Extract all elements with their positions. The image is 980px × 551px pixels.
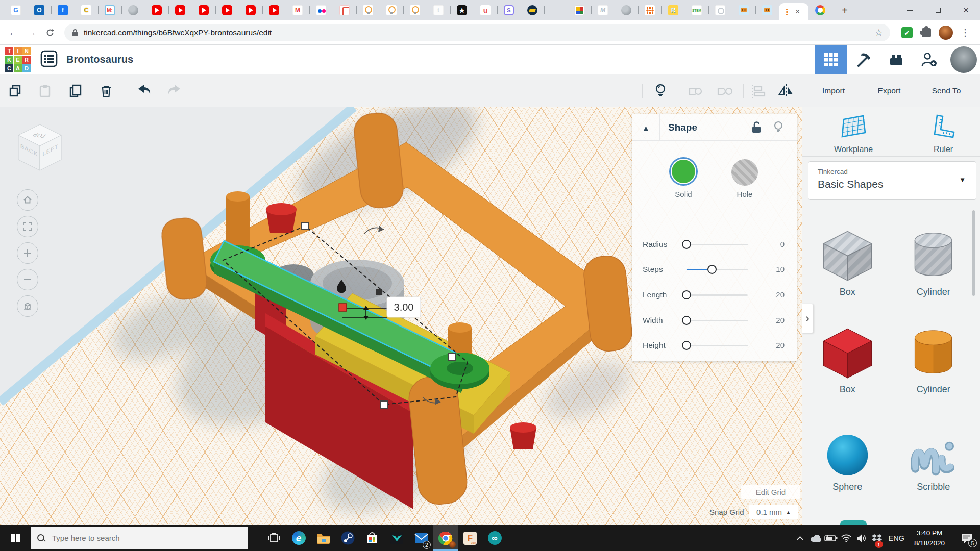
window-minimize-button[interactable]	[896, 0, 924, 20]
tab-dots-grid[interactable]	[638, 0, 662, 20]
bookmark-star-icon[interactable]: ☆	[875, 27, 883, 38]
shape-category-dropdown[interactable]: Tinkercad Basic Shapes ▼	[808, 161, 976, 200]
slider-knob-height[interactable]	[682, 341, 691, 350]
invite-button[interactable]	[913, 45, 945, 74]
mirror-button[interactable]	[775, 80, 797, 102]
extension-check[interactable]: ✓	[899, 25, 915, 40]
tinkercad-profile-avatar[interactable]	[950, 46, 977, 73]
zoom-in-button[interactable]	[17, 242, 38, 264]
tab-youtube-3[interactable]	[192, 0, 215, 20]
arduino-button[interactable]: ∞	[482, 525, 507, 551]
tray-expand-chevron[interactable]	[793, 525, 808, 551]
slider-track-width[interactable]	[687, 320, 748, 321]
shape-scribble[interactable]: Scribble	[893, 404, 974, 502]
chrome-button-active[interactable]	[433, 525, 458, 551]
extensions-button[interactable]	[919, 25, 934, 40]
file-explorer-button[interactable]	[311, 525, 335, 551]
tab-google[interactable]	[808, 0, 832, 20]
tab-youtube-5[interactable]	[239, 0, 262, 20]
tab-red-app[interactable]	[333, 0, 356, 20]
panel-collapse-button[interactable]: ▲	[632, 114, 660, 141]
taskbar-search[interactable]	[31, 527, 248, 549]
import-button[interactable]: Import	[809, 74, 858, 107]
slider-knob-radius[interactable]	[682, 240, 691, 249]
shape-cylinder-orange[interactable]: Cylinder	[893, 307, 974, 404]
scale-handle-ring[interactable]	[448, 353, 455, 360]
tab-gmail[interactable]: M	[286, 0, 309, 20]
dimension-tooltip[interactable]: 3.00	[387, 297, 421, 317]
back-button[interactable]: ←	[4, 23, 22, 42]
tab-tinkercad-robot-1[interactable]	[732, 0, 755, 20]
minecraft-export-button[interactable]	[847, 45, 880, 74]
snap-grid-dropdown[interactable]: 0.1 mm ▲	[749, 505, 798, 519]
hole-option[interactable]: Hole	[727, 158, 762, 198]
tab-t-site[interactable]: t	[427, 0, 450, 20]
slider-knob-steps[interactable]	[707, 265, 717, 274]
start-button[interactable]	[0, 525, 31, 551]
browser-menu-button[interactable]: ⋮	[958, 25, 973, 40]
shape-box-red[interactable]: Box	[806, 307, 888, 404]
volume-icon[interactable]	[854, 525, 869, 551]
dashboard-3d-button[interactable]	[815, 45, 847, 74]
tab-s-site[interactable]: S	[497, 0, 521, 20]
home-view-button[interactable]	[17, 189, 38, 211]
send-to-button[interactable]: Send To	[920, 74, 973, 107]
browser-profile-avatar[interactable]	[938, 25, 953, 40]
tab-c-site[interactable]: C	[75, 0, 98, 20]
tab-stem[interactable]: STEM	[685, 0, 708, 20]
slider-knob-width[interactable]	[682, 316, 691, 325]
window-maximize-button[interactable]	[924, 0, 952, 20]
solid-swatch[interactable]	[669, 157, 698, 186]
paste-button[interactable]	[34, 80, 56, 102]
hide-toggle[interactable]	[773, 120, 783, 137]
tab-m-metal[interactable]: M	[591, 0, 615, 20]
microsoft-store-button[interactable]	[360, 525, 384, 551]
tab-circuits-3[interactable]	[403, 0, 427, 20]
zoom-out-button[interactable]	[17, 269, 38, 290]
solid-option[interactable]: Solid	[666, 157, 701, 198]
tab-tinkercad-active[interactable]: ×	[779, 3, 808, 20]
sidebar-collapse-button[interactable]: ›	[802, 304, 814, 333]
wifi-icon[interactable]	[839, 525, 854, 551]
slider-track-radius[interactable]	[687, 244, 748, 245]
tab-web-1[interactable]	[121, 0, 145, 20]
tab-adafruit[interactable]: ★	[450, 0, 474, 20]
scale-handle-bottom[interactable]	[380, 401, 387, 408]
new-tab-button[interactable]: +	[837, 3, 852, 18]
fusion360-button[interactable]: F360	[458, 525, 482, 551]
sidebar-scrollbar[interactable]	[972, 210, 975, 296]
ungroup-button[interactable]	[714, 80, 736, 102]
tab-flickr[interactable]	[309, 0, 333, 20]
copy-button[interactable]	[4, 80, 27, 102]
slider-track-height[interactable]	[687, 345, 748, 346]
tab-facebook[interactable]: f	[51, 0, 75, 20]
workplane-tool[interactable]: Workplane	[823, 113, 884, 154]
tab-bricks4kidz[interactable]	[568, 0, 591, 20]
tab-circuits-2[interactable]	[380, 0, 403, 20]
reload-button[interactable]	[41, 23, 59, 42]
dropbox-icon[interactable]: 1	[869, 525, 885, 551]
right-ring[interactable]	[430, 353, 489, 389]
slider-knob-length[interactable]	[682, 290, 691, 299]
align-button[interactable]	[748, 80, 771, 102]
tinkercad-logo[interactable]: TINKERCAD	[5, 47, 31, 72]
edit-grid-button[interactable]: Edit Grid	[741, 485, 800, 499]
redo-button[interactable]	[162, 80, 185, 102]
language-indicator[interactable]: ENG	[889, 534, 904, 542]
onedrive-icon[interactable]	[808, 525, 823, 551]
scale-handle-top[interactable]	[302, 222, 309, 230]
tab-close-icon[interactable]: ×	[795, 8, 800, 16]
tab-google-translate[interactable]: G	[4, 0, 28, 20]
shape-sphere[interactable]: Sphere	[806, 404, 888, 502]
undo-button[interactable]	[134, 80, 156, 102]
tab-r-site[interactable]: R	[662, 0, 685, 20]
search-input[interactable]	[51, 533, 235, 543]
edge-button[interactable]: e	[286, 525, 311, 551]
battery-icon[interactable]	[823, 525, 839, 551]
mail-button[interactable]: 2	[409, 525, 433, 551]
hole-swatch[interactable]	[731, 159, 758, 186]
tab-clip[interactable]	[708, 0, 732, 20]
task-view-button[interactable]	[262, 525, 286, 551]
predator-app-button[interactable]	[384, 525, 409, 551]
export-button[interactable]: Export	[865, 74, 914, 107]
